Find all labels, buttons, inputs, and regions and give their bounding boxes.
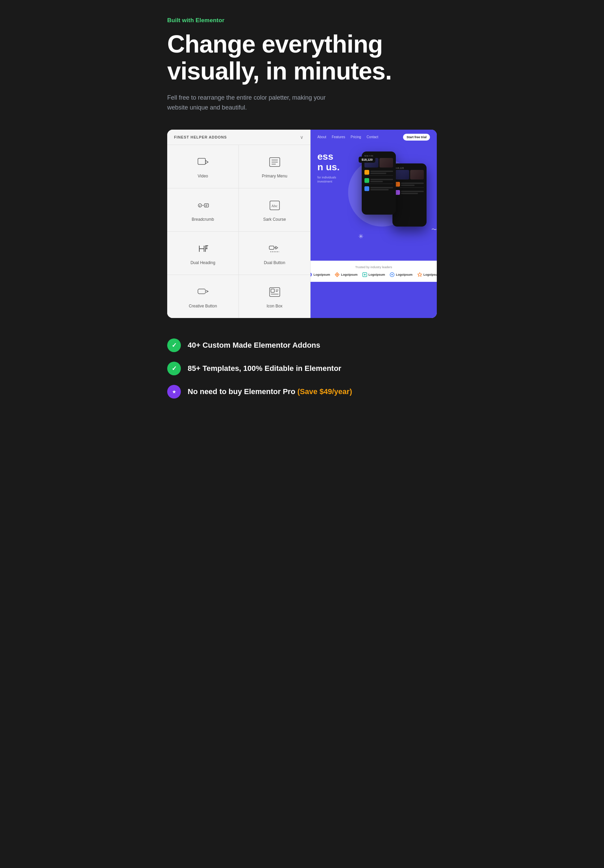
panel-title: FINEST HELPER ADDONS xyxy=(174,135,227,139)
logo2-icon xyxy=(335,272,340,277)
hero-title-line1: Change everything xyxy=(167,30,382,58)
built-with-label: Built with Elementor xyxy=(167,17,437,24)
svg-rect-27 xyxy=(271,289,274,292)
logo-5: Logoipsum xyxy=(417,272,437,277)
nav-link-about: About xyxy=(317,135,326,139)
star-icon-3: ★ xyxy=(172,389,176,394)
phone2-label: $18,120 xyxy=(395,167,424,169)
logo5-icon xyxy=(417,272,422,277)
feature-text-3-highlight: (Save $49/year) xyxy=(297,387,352,396)
svg-marker-42 xyxy=(418,273,422,276)
sark-course-icon: Abc xyxy=(267,198,282,213)
bar2-lines-1 xyxy=(401,183,424,186)
line4 xyxy=(370,181,383,182)
bar-item-1 xyxy=(365,169,393,176)
card2 xyxy=(379,158,393,167)
phone-mockup-2: $18,120 xyxy=(393,163,427,226)
addon-sark-course-label: Sark Course xyxy=(263,217,286,222)
svg-marker-1 xyxy=(205,160,208,164)
bar-dot-1 xyxy=(365,170,369,175)
addon-video[interactable]: Video xyxy=(167,145,239,188)
hero-title: Change everything visually, in minutes. xyxy=(167,31,437,85)
squiggle-left: ✳ xyxy=(358,233,363,240)
feature-templates: ✓ 85+ Templates, 100% Editable in Elemen… xyxy=(167,362,437,375)
bar-dot-3 xyxy=(365,186,369,191)
checkmark-1: ✓ xyxy=(172,341,177,349)
primary-menu-icon xyxy=(267,155,282,170)
bar2-lines-2 xyxy=(401,191,424,194)
addon-creative-button[interactable]: Creative Button xyxy=(167,275,239,318)
svg-text:Abc: Abc xyxy=(271,204,278,208)
logo-1: Logoipsum xyxy=(311,272,330,277)
bar-dot-2 xyxy=(365,178,369,183)
logo3-icon xyxy=(362,272,367,277)
nav-link-features: Features xyxy=(332,135,345,139)
dual-heading-icon xyxy=(196,241,211,256)
addon-dual-heading-label: Dual Heading xyxy=(190,260,215,265)
addon-primary-menu-label: Primary Menu xyxy=(262,174,287,178)
feature-custom-addons: ✓ 40+ Custom Made Elementor Addons xyxy=(167,338,437,352)
addon-icon-box-label: Icon Box xyxy=(267,304,283,308)
addons-panel: FINEST HELPER ADDONS ∨ Video Primary Men… xyxy=(167,130,311,318)
addon-dual-heading[interactable]: Dual Heading xyxy=(167,232,239,275)
logo-2: Logoipsum xyxy=(335,272,358,277)
bar-lines-2 xyxy=(370,179,393,182)
logo4-icon xyxy=(390,272,394,277)
panel-header: FINEST HELPER ADDONS ∨ xyxy=(167,130,310,145)
trusted-label: Trusted by industry leaders xyxy=(317,265,430,269)
icon-box-icon xyxy=(267,285,282,299)
nav-links: About Features Pricing Contact xyxy=(317,135,379,139)
addon-dual-button-label: Dual Button xyxy=(264,260,285,265)
check-icon-1: ✓ xyxy=(167,338,181,352)
bar-item-2 xyxy=(365,177,393,184)
card3 xyxy=(395,170,409,180)
phone2-cards xyxy=(395,170,424,180)
trusted-section: Trusted by industry leaders Logoipsum Lo… xyxy=(311,261,437,282)
feature-text-3-before: No need to buy Elementor Pro xyxy=(188,387,297,396)
phone2-bars xyxy=(395,181,424,195)
addon-icon-box[interactable]: Icon Box xyxy=(239,275,310,318)
line5 xyxy=(370,187,393,188)
addon-video-label: Video xyxy=(197,174,208,178)
bar2-dot-1 xyxy=(395,182,400,187)
video-icon xyxy=(196,155,211,170)
bar2-item-1 xyxy=(395,181,424,188)
bar-item-3 xyxy=(365,186,393,192)
addon-sark-course[interactable]: Abc Sark Course xyxy=(239,188,310,231)
addons-grid: Video Primary Menu Y xyxy=(167,145,310,318)
bar2-dot-2 xyxy=(395,190,400,195)
amount-badge: $18,120 xyxy=(359,157,375,163)
svg-rect-25 xyxy=(198,289,205,294)
nav-link-pricing: Pricing xyxy=(351,135,361,139)
addon-breadcrumb-label: Breadcrumb xyxy=(192,217,214,222)
bar-lines-3 xyxy=(370,187,393,191)
svg-rect-0 xyxy=(198,158,205,164)
website-preview: About Features Pricing Contact Start fre… xyxy=(311,130,437,318)
check-icon-3: ★ xyxy=(167,385,181,398)
addon-dual-button[interactable]: Dual Button xyxy=(239,232,310,275)
feature-text-3: No need to buy Elementor Pro (Save $49/y… xyxy=(188,387,352,396)
svg-rect-21 xyxy=(269,246,274,250)
addon-breadcrumb[interactable]: Y Breadcrumb xyxy=(167,188,239,231)
preview-hero: ✦ ✦ ✳ 〜 essn us. for individualsinvestme… xyxy=(311,145,437,261)
nav-link-contact: Contact xyxy=(366,135,378,139)
logo1-icon xyxy=(311,272,312,277)
checkmark-2: ✓ xyxy=(172,365,177,372)
panel-chevron-icon[interactable]: ∨ xyxy=(300,135,303,140)
logo-4: Logoipsum xyxy=(390,272,413,277)
features-list: ✓ 40+ Custom Made Elementor Addons ✓ 85+… xyxy=(167,338,437,398)
feature-text-2: 85+ Templates, 100% Editable in Elemento… xyxy=(188,364,341,373)
nav-cta-button[interactable]: Start free trial xyxy=(403,134,430,141)
header-section: Built with Elementor Change everything v… xyxy=(167,17,437,113)
logo-3: Logoipsum xyxy=(362,272,385,277)
svg-rect-9 xyxy=(204,204,208,207)
line2 xyxy=(370,173,386,174)
hero-title-line2: visually, in minutes. xyxy=(167,57,392,85)
bar-lines-1 xyxy=(370,170,393,174)
b2l1 xyxy=(401,183,424,184)
b2l4 xyxy=(401,193,418,194)
demo-container: FINEST HELPER ADDONS ∨ Video Primary Men… xyxy=(167,130,437,318)
check-icon-2: ✓ xyxy=(167,362,181,375)
addon-primary-menu[interactable]: Primary Menu xyxy=(239,145,310,188)
b2l3 xyxy=(401,191,424,192)
